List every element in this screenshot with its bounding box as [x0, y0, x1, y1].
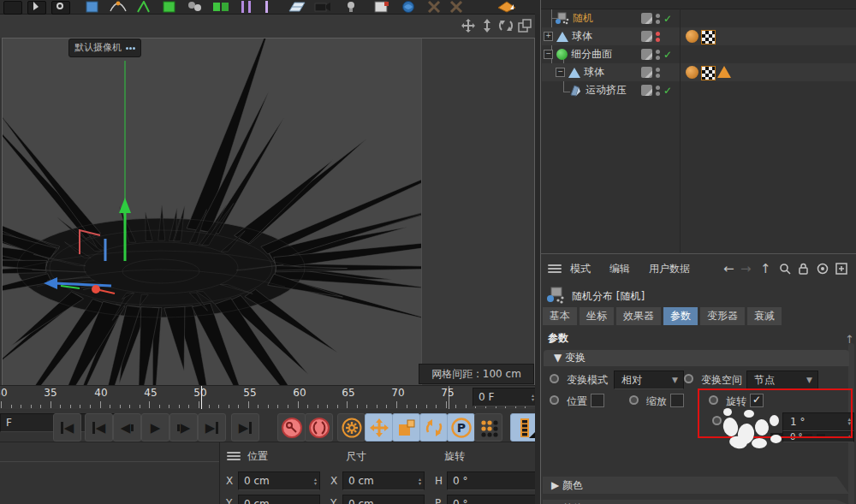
anim-dot-position[interactable]	[550, 395, 559, 405]
timeline-ruler[interactable]: 30354045505560657075 0 F ▴▾	[0, 385, 538, 410]
disabled-tool-icon[interactable]	[426, 1, 443, 13]
tab-coord[interactable]: 坐标	[580, 307, 614, 325]
om-vis-random[interactable]: ✓	[641, 9, 681, 27]
play-button[interactable]: ▶	[141, 413, 169, 442]
other-group-header[interactable]: ▼ 其他	[543, 500, 849, 504]
collapse-minus-icon[interactable]: −	[544, 50, 553, 59]
om-label-subdivision[interactable]: 细分曲面	[571, 47, 612, 62]
om-vis-subdivision[interactable]: ✓	[641, 45, 681, 63]
cursor-tool-icon[interactable]	[27, 1, 46, 15]
options-gear-button[interactable]	[337, 413, 366, 442]
goto-end-button[interactable]: ▶	[231, 413, 259, 442]
menu-mode[interactable]: 模式	[570, 262, 591, 276]
autokey-button[interactable]	[305, 413, 333, 442]
menu-user-data[interactable]: 用户数据	[649, 262, 690, 276]
coordinates-menu-icon[interactable]	[227, 450, 241, 462]
viewport-pan-icon[interactable]	[461, 18, 476, 33]
tab-falloff[interactable]: 衰减	[747, 307, 782, 325]
material-tag-icon[interactable]	[686, 30, 698, 43]
cloner-spheres-icon[interactable]	[187, 1, 204, 13]
render-settings-icon[interactable]	[399, 1, 416, 13]
current-frame-field[interactable]: 0 F ▴▾	[473, 388, 538, 406]
texture-tag-icon[interactable]	[701, 30, 716, 44]
new-panel-icon[interactable]	[835, 263, 847, 275]
record-keyframe-button[interactable]	[277, 413, 306, 442]
pos-x-field[interactable]: 0 cm▴▾	[238, 471, 320, 490]
target-icon[interactable]	[817, 263, 829, 275]
spline-tool-icon[interactable]	[110, 1, 127, 13]
tab-basic[interactable]: 基本	[543, 307, 577, 325]
array-cubes-icon[interactable]	[212, 1, 229, 13]
deformer-icon[interactable]	[238, 1, 255, 13]
coordinates-p-button[interactable]: P	[447, 413, 475, 442]
expand-plus-icon[interactable]: +	[544, 32, 553, 41]
transform-mode-dropdown[interactable]: 相对▼	[614, 371, 684, 389]
search-icon[interactable]	[779, 263, 791, 275]
scale-checkbox[interactable]	[670, 394, 684, 407]
timeline-range-end-marker[interactable]	[449, 386, 449, 410]
camera-name-label[interactable]: 默认摄像机	[68, 39, 141, 57]
render-view-icon[interactable]	[373, 1, 390, 13]
lock-icon[interactable]	[798, 263, 809, 275]
material-tag2-icon[interactable]	[686, 66, 698, 79]
cube-primitive-icon[interactable]	[84, 1, 101, 13]
anim-dot-space[interactable]	[684, 374, 693, 383]
viewport-maximize-icon[interactable]	[517, 18, 532, 33]
om-label-random[interactable]: 随机	[573, 11, 593, 26]
om-label-sphere1[interactable]: 球体	[572, 29, 592, 44]
pos-y-field[interactable]: 0 cm▴	[238, 495, 320, 504]
scale-tool-button[interactable]	[392, 413, 420, 442]
move-tool-button[interactable]	[365, 413, 393, 442]
rot-p-coord-field[interactable]: 0 °▴	[447, 495, 543, 504]
frame-spinner[interactable]: ▴▾	[532, 388, 534, 406]
attribute-menu-icon[interactable]	[548, 263, 562, 275]
viewport-dolly-icon[interactable]	[479, 18, 495, 33]
light-tool-icon[interactable]	[342, 1, 360, 13]
om-label-motion-extrude[interactable]: 运动挤压	[586, 83, 627, 98]
transform-space-dropdown[interactable]: 节点▼	[746, 371, 818, 389]
camera-tool-icon[interactable]	[313, 1, 330, 13]
falloff-tool-icon[interactable]	[496, 1, 514, 13]
undo-icon[interactable]	[3, 1, 22, 15]
next-frame-button[interactable]: ▶	[169, 413, 198, 442]
om-row-sphere2[interactable]: − 球体	[542, 63, 856, 81]
floor-plane-icon[interactable]	[288, 1, 305, 13]
anim-dot-mode[interactable]	[550, 374, 559, 383]
collapse-minus2-icon[interactable]: −	[556, 68, 565, 77]
om-row-sphere1[interactable]: + 球体	[542, 27, 856, 45]
anim-dot-scale[interactable]	[629, 395, 639, 405]
tab-effector[interactable]: 效果器	[616, 307, 661, 325]
rotate-tool-button[interactable]	[419, 413, 448, 442]
snap-grid-button[interactable]	[474, 413, 502, 442]
rot-h-field[interactable]: 0 °▴▾	[447, 471, 543, 490]
prev-key-button[interactable]: ◀	[85, 413, 113, 442]
viewport-3d[interactable]: 网格间距 : 100 cm	[2, 38, 535, 386]
position-checkbox[interactable]	[591, 394, 604, 407]
phong-tag-icon[interactable]	[717, 66, 731, 78]
main-vertical-divider[interactable]	[535, 14, 540, 504]
deformer2-icon[interactable]	[259, 1, 276, 13]
history-forward-icon[interactable]: →	[740, 261, 752, 276]
om-vis-motion-extrude[interactable]: ✓	[641, 81, 681, 99]
size-y-field[interactable]: 0 cm▴	[342, 495, 425, 504]
texture-tag2-icon[interactable]	[701, 66, 716, 80]
tab-parameter[interactable]: 参数	[663, 307, 698, 325]
color-group-header[interactable]: ▶ 颜色	[543, 477, 849, 494]
menu-edit[interactable]: 编辑	[609, 262, 630, 276]
om-vis-sphere1[interactable]	[641, 27, 681, 45]
size-x-field[interactable]: 0 cm▴▾	[342, 471, 425, 490]
disabled-tool2-icon[interactable]	[449, 1, 466, 13]
transform-group-header[interactable]: ▼ 变换	[544, 350, 849, 366]
om-vis-sphere2[interactable]	[641, 63, 681, 81]
settings-tool-icon[interactable]	[51, 1, 70, 15]
parent-up-icon[interactable]: ↑	[760, 261, 771, 276]
next-key-button[interactable]: ▶	[198, 413, 226, 442]
pen-spline-icon[interactable]	[135, 1, 152, 13]
viewport-rotate-icon[interactable]	[498, 18, 514, 33]
prev-frame-button[interactable]: ◀	[113, 413, 141, 442]
subdivision-icon[interactable]	[161, 1, 178, 13]
tab-deformer[interactable]: 变形器	[700, 307, 745, 325]
timeline-playhead[interactable]	[201, 386, 202, 410]
om-label-sphere2[interactable]: 球体	[584, 65, 604, 80]
goto-start-button[interactable]: ◀	[53, 413, 81, 442]
